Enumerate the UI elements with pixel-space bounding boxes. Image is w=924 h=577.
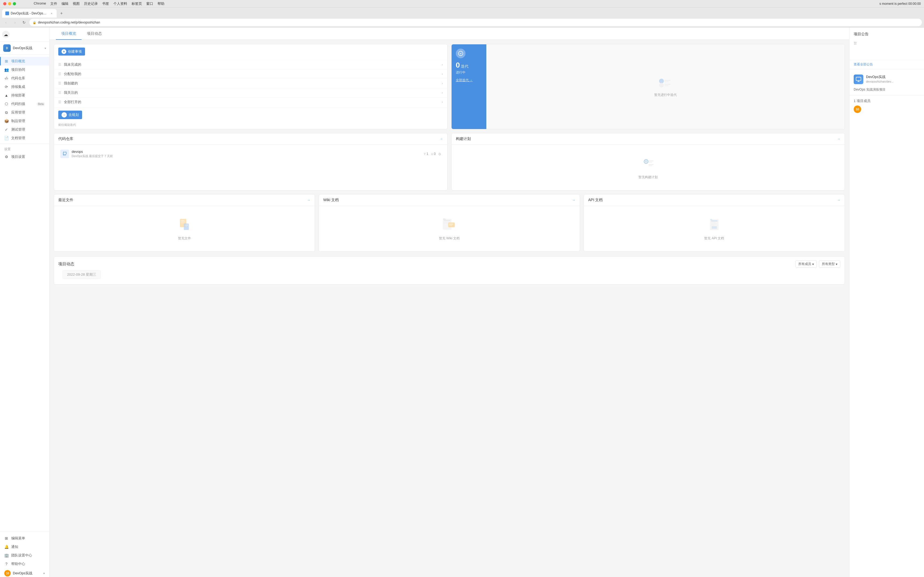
repo-item-icon xyxy=(60,150,69,158)
build-plan-header: 构建计划 → xyxy=(452,133,845,145)
iteration-label-line1: 迭代 xyxy=(461,64,468,69)
browser-tab[interactable]: DevOps实战 - DevOps实战 × xyxy=(2,9,57,18)
event-label-3: 我关注的 xyxy=(64,90,78,95)
back-button[interactable]: ‹ xyxy=(2,19,10,26)
status-text: s moment is perfect 00:00:00 xyxy=(879,2,921,6)
wiki-title: Wiki 文档 xyxy=(323,198,339,203)
menu-window[interactable]: 窗口 xyxy=(146,2,153,6)
project-logo-panel xyxy=(854,74,863,84)
forward-button[interactable]: › xyxy=(11,19,19,26)
build-empty-icon xyxy=(640,155,656,172)
svg-rect-2 xyxy=(664,80,670,81)
event-item-created[interactable]: ☰ 我创建的 › xyxy=(54,79,447,88)
svg-rect-10 xyxy=(648,161,653,161)
refresh-button[interactable]: ↻ xyxy=(20,19,28,26)
repo-item[interactable]: devops DevOps实战 最后提交于 7 天前 ⑂ 1 ⌂ 0 ◇ xyxy=(56,147,445,161)
tab-overview[interactable]: 项目概览 xyxy=(56,27,82,40)
go-iteration-icon: → xyxy=(61,112,67,118)
sidebar-item-test[interactable]: ✓ 测试管理 xyxy=(0,125,49,134)
sidebar-item-cicd[interactable]: ⟳ 持续集成 xyxy=(0,82,49,91)
see-all-announcements-link[interactable]: 查看全部公告 xyxy=(850,60,924,69)
close-button[interactable] xyxy=(3,2,6,5)
api-docs-link[interactable]: → xyxy=(837,198,840,202)
lock-icon: 🔒 xyxy=(32,21,36,24)
sidebar-item-deploy[interactable]: ▲ 持续部署 xyxy=(0,91,49,100)
menu-view[interactable]: 视图 xyxy=(73,2,80,6)
tab-activity[interactable]: 项目动态 xyxy=(82,27,107,40)
sidebar-label-project-settings: 项目设置 xyxy=(11,155,25,159)
tab-close-button[interactable]: × xyxy=(50,11,53,15)
page-header: 项目概览 项目动态 xyxy=(50,27,849,40)
right-panel-title: 项目公告 xyxy=(850,27,924,39)
menu-tabs[interactable]: 标签页 xyxy=(132,2,142,6)
api-docs-card: API 文档 → xyxy=(584,194,845,251)
sidebar-label-product: 制品管理 xyxy=(11,119,25,123)
project-selector[interactable]: D DevOps实战 ▾ xyxy=(0,42,49,55)
code-repo-link[interactable]: → xyxy=(440,137,443,141)
event-item-incomplete[interactable]: ☰ 我未完成的 › xyxy=(54,60,447,69)
panel-project-desc: DevOps 实战演练项目 xyxy=(854,87,920,92)
app-layout: ☁ D DevOps实战 ▾ ⊞ 项目概览 👥 项目协同 ‹/› 代码仓库 ⟳ … xyxy=(0,27,924,577)
wiki-empty: Wiki 暂无 Wiki 文档 xyxy=(319,206,580,251)
mac-status-bar: s moment is perfect 00:00:00 xyxy=(879,2,921,6)
project-info-text: DevOps实战 devopsshizhan/dev... xyxy=(866,74,893,83)
page-tabs: 项目概览 项目动态 xyxy=(56,27,843,40)
sidebar-label-overview: 项目概览 xyxy=(11,59,25,64)
sidebar-item-apps[interactable]: ⧉ 应用管理 xyxy=(0,108,49,117)
activity-section: 项目动态 所有成员 ▾ 所有类型 ▾ xyxy=(54,256,845,285)
go-iteration-button[interactable]: → 去规划 xyxy=(58,111,82,119)
sidebar-item-docs[interactable]: 📄 文档管理 xyxy=(0,134,49,142)
repo-info: devops DevOps实战 最后提交于 7 天前 xyxy=(72,150,421,158)
recent-files-title: 最近文件 xyxy=(58,198,73,203)
recent-files-empty: 暂无文件 xyxy=(54,206,315,251)
menu-chrome[interactable]: Chrome xyxy=(34,2,46,6)
sidebar-item-edit-menu[interactable]: ⊞ 编辑菜单 xyxy=(0,534,49,543)
event-item-followed[interactable]: ☰ 我关注的 › xyxy=(54,88,447,97)
create-event-button[interactable]: + 创建事项 xyxy=(58,48,85,56)
event-item-assigned[interactable]: ☰ 分配给我的 › xyxy=(54,69,447,79)
team-center-icon: 🏢 xyxy=(4,553,8,558)
maximize-button[interactable] xyxy=(13,2,16,5)
sidebar: ☁ D DevOps实战 ▾ ⊞ 项目概览 👥 项目协同 ‹/› 代码仓库 ⟳ … xyxy=(0,27,50,577)
svg-rect-24 xyxy=(444,223,448,224)
build-empty: 暂无构建计划 xyxy=(452,145,845,190)
filter-members-select[interactable]: 所有成员 ▾ xyxy=(795,260,817,268)
svg-point-9 xyxy=(645,161,647,162)
menu-edit[interactable]: 编辑 xyxy=(61,2,68,6)
event-list-icon-2: ☰ xyxy=(58,82,61,85)
go-iteration-label: 去规划 xyxy=(68,113,79,117)
svg-rect-16 xyxy=(181,222,185,222)
menu-bookmarks[interactable]: 书签 xyxy=(102,2,109,6)
sidebar-item-notification[interactable]: 🔔 通知 xyxy=(0,543,49,551)
menu-file[interactable]: 文件 xyxy=(50,2,57,6)
sidebar-user[interactable]: 10 DevOps实战 ▾ xyxy=(0,568,49,577)
build-empty-text: 暂无构建计划 xyxy=(638,175,658,179)
sidebar-item-project-settings[interactable]: ⚙ 项目设置 xyxy=(0,153,49,161)
menu-history[interactable]: 历史记录 xyxy=(84,2,98,6)
menu-help[interactable]: 帮助 xyxy=(157,2,165,6)
members-section: 1 项目成员 10 xyxy=(850,95,924,116)
build-plan-link[interactable]: → xyxy=(837,137,840,141)
new-tab-button[interactable]: + xyxy=(58,10,65,17)
sidebar-item-overview[interactable]: ⊞ 项目概览 xyxy=(0,57,49,66)
minimize-button[interactable] xyxy=(8,2,11,5)
window-controls[interactable] xyxy=(3,2,16,5)
menu-profile[interactable]: 个人资料 xyxy=(113,2,127,6)
sidebar-item-team-center[interactable]: 🏢 团队设置中心 xyxy=(0,551,49,559)
activity-date-area: 2022-09-28 星期三 xyxy=(54,270,845,284)
repo-stats: ⑂ 1 ⌂ 0 ◇ xyxy=(424,152,441,156)
notification-icon: 🔔 xyxy=(4,545,8,549)
sidebar-item-code[interactable]: ‹/› 代码仓库 xyxy=(0,74,49,82)
sidebar-item-help[interactable]: ? 帮助中心 xyxy=(0,559,49,568)
event-item-all-open[interactable]: ☰ 全部打开的 › xyxy=(54,97,447,106)
sidebar-item-collaborate[interactable]: 👥 项目协同 xyxy=(0,66,49,74)
product-icon: 📦 xyxy=(4,119,8,123)
sidebar-label-apps: 应用管理 xyxy=(11,110,25,115)
url-bar[interactable]: 🔒 devopsshizhan.coding.net/p/devopsshizh… xyxy=(29,19,922,26)
filter-types-select[interactable]: 所有类型 ▾ xyxy=(819,260,840,268)
recent-files-link[interactable]: → xyxy=(307,198,310,202)
all-iterations-link[interactable]: 全部迭代 → xyxy=(456,78,473,82)
wiki-link[interactable]: → xyxy=(572,198,575,202)
sidebar-item-product[interactable]: 📦 制品管理 xyxy=(0,117,49,125)
sidebar-item-scan[interactable]: ⎔ 代码扫描 Beta xyxy=(0,100,49,108)
